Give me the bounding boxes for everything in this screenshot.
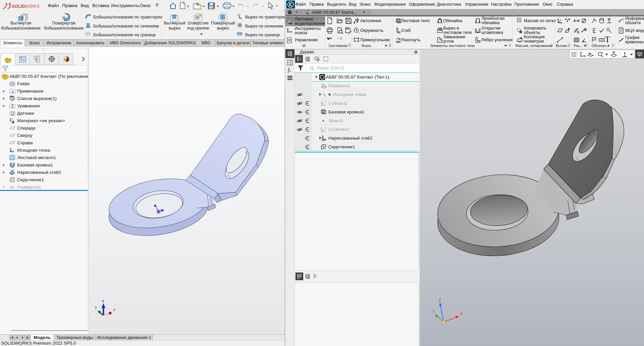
svg-text:Y: Y bbox=[432, 309, 435, 314]
svg-text:X: X bbox=[460, 311, 463, 316]
svg-text:SOLID: SOLID bbox=[12, 4, 25, 9]
svg-text:Y: Y bbox=[95, 306, 97, 310]
svg-text:A: A bbox=[11, 90, 14, 94]
svg-text:Σ: Σ bbox=[11, 104, 13, 108]
svg-text:!: ! bbox=[214, 7, 214, 9]
svg-text:?: ? bbox=[623, 17, 624, 21]
svg-text:WORKS: WORKS bbox=[24, 4, 40, 9]
svg-text:Z: Z bbox=[439, 298, 441, 303]
svg-text:z: z bbox=[102, 299, 104, 303]
svg-text:x: x bbox=[113, 308, 116, 311]
svg-text:12: 12 bbox=[300, 58, 302, 60]
